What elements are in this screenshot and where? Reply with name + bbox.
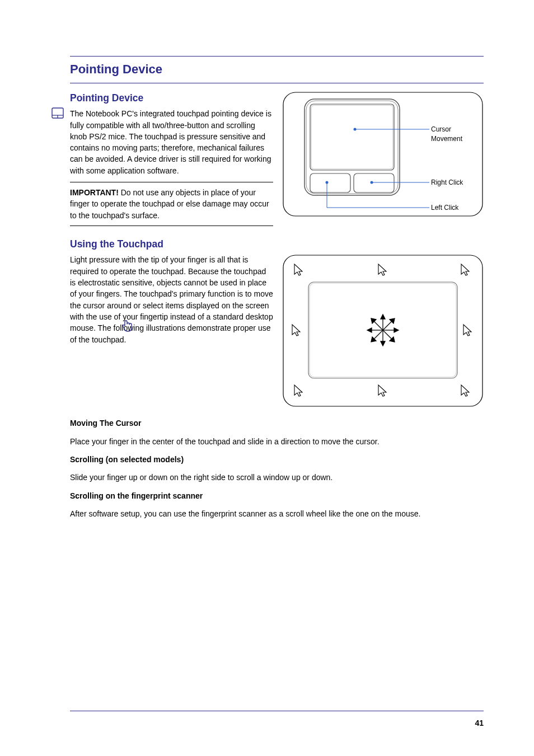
footer-rule	[70, 711, 484, 711]
svg-rect-9	[354, 173, 394, 192]
touchpad-diagram: Cursor Movement Right Click Left Click	[282, 91, 484, 217]
scroll-pad-heading: Scrolling on the fingerprint scanner	[70, 490, 484, 501]
section-title: Pointing Device	[70, 62, 162, 76]
svg-rect-8	[310, 173, 350, 192]
touchpad-mini-icon	[51, 107, 64, 119]
usage-heading: Using the Touchpad	[70, 237, 484, 251]
scrolling-heading-text: Scrolling (on selected models)	[70, 455, 184, 464]
dia1-label-right: Right Click	[431, 178, 463, 187]
usage-intro: Light pressure with the tip of your fing…	[70, 254, 273, 345]
hand-warning-icon	[121, 319, 134, 332]
svg-rect-7	[311, 105, 393, 169]
page-number: 41	[475, 718, 484, 729]
moving-cursor-text: Place your finger in the center of the t…	[70, 436, 484, 447]
dia1-label-cursor: Cursor Movement	[431, 125, 484, 144]
scrolling-heading: Scrolling (on selected models)	[70, 454, 484, 465]
moving-cursor-heading-text: Moving The Cursor	[70, 419, 142, 428]
dia1-label-left: Left Click	[431, 203, 458, 213]
important-note: IMPORTANT! Do not use any objects in pla…	[70, 182, 273, 226]
moving-cursor-heading: Moving The Cursor	[70, 417, 484, 429]
section-header: Pointing Device	[70, 56, 484, 83]
note-prefix: IMPORTANT!	[70, 188, 119, 197]
scrolling-text: Slide your finger up or down on the righ…	[70, 472, 484, 483]
scroll-pad-heading-text: Scrolling on the fingerprint scanner	[70, 491, 203, 500]
scroll-pad-text: After software setup, you can use the fi…	[70, 508, 484, 519]
intro-text: The Notebook PC's integrated touchpad po…	[70, 108, 273, 176]
cursor-movement-diagram	[282, 254, 484, 407]
intro-subheading: Pointing Device	[70, 91, 273, 105]
